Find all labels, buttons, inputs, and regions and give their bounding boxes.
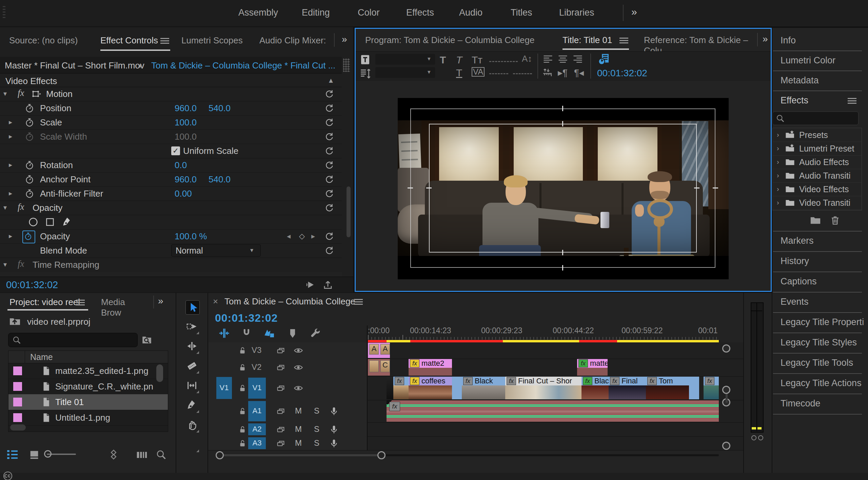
sidebar-item-legacy-title-actions[interactable]: Legacy Title Actions: [781, 378, 862, 388]
timeline-clip-plain[interactable]: [689, 377, 699, 399]
workspace-tab-editing[interactable]: Editing: [302, 7, 330, 18]
v-scroll-handle[interactable]: [722, 344, 730, 353]
list-h-scrollbar[interactable]: [10, 424, 26, 431]
reset-parameter-icon[interactable]: [324, 146, 334, 156]
stopwatch-icon[interactable]: [24, 174, 35, 184]
tab-lumetri-scopes[interactable]: Lumetri Scopes: [181, 35, 243, 46]
twirl-closed-icon[interactable]: ›: [777, 131, 779, 139]
find-icon[interactable]: [155, 449, 167, 460]
linked-selection-icon[interactable]: [263, 327, 275, 339]
toggle-track-output-icon[interactable]: [294, 346, 303, 355]
mute-button[interactable]: M: [295, 438, 302, 448]
clip-selector-chevron-icon[interactable]: ▾: [138, 62, 142, 70]
h-scroll-thumb[interactable]: [220, 454, 382, 456]
reset-parameter-icon[interactable]: [324, 174, 334, 184]
timeline-clip-video[interactable]: fxFinal: [609, 377, 646, 399]
panel-drag-grip[interactable]: [343, 58, 350, 72]
timeline-clip-video[interactable]: fxTom: [646, 377, 689, 399]
project-item-row[interactable]: Signature_C.R._white.pn: [8, 379, 168, 395]
reset-parameter-icon[interactable]: [324, 89, 334, 99]
master-clip-label[interactable]: Master * Final Cut – Short Film.mov: [5, 60, 144, 71]
hand-tool-icon[interactable]: [186, 419, 198, 431]
param-value[interactable]: 960.0: [175, 103, 197, 114]
tab-audio-clip-mixer-[interactable]: Audio Clip Mixer:: [259, 35, 326, 46]
timeline-clip-video[interactable]: fx: [393, 377, 409, 399]
workspace-tab-effects[interactable]: Effects: [406, 7, 434, 18]
project-item-row[interactable]: Title 01: [8, 394, 168, 410]
label-color-chip[interactable]: [13, 366, 22, 375]
sidebar-item-effects[interactable]: Effects: [781, 95, 808, 106]
stopwatch-icon[interactable]: [24, 117, 35, 127]
effects-folder-row[interactable]: ›Video Effects: [773, 182, 862, 196]
navigate-up-icon[interactable]: [9, 315, 21, 327]
tab-source-no-clips-[interactable]: Source: (no clips): [9, 35, 78, 46]
stopwatch-icon[interactable]: [24, 188, 35, 199]
font-family-dropdown[interactable]: ▾: [375, 54, 435, 65]
label-color-chip[interactable]: [13, 413, 22, 422]
effects-folder-row[interactable]: ›Presets: [773, 128, 862, 142]
track-name-box[interactable]: V1: [248, 378, 266, 399]
zoom-slider-knob[interactable]: [44, 450, 52, 458]
collapse-section-icon[interactable]: ▲: [328, 77, 334, 84]
program-tab-menu-icon[interactable]: [619, 36, 628, 45]
tab-effect-controls[interactable]: Effect Controls: [100, 35, 158, 46]
lock-track-icon[interactable]: [238, 384, 247, 393]
bold-button[interactable]: T: [440, 54, 446, 66]
list-scrollbar[interactable]: [156, 364, 163, 382]
paragraph-rtl-icon[interactable]: ¶◂: [574, 67, 584, 78]
twirl-closed-icon[interactable]: ▸: [9, 232, 12, 240]
sequence-clip-label[interactable]: Tom & Dickie – Columbia College * Final …: [151, 60, 335, 71]
meter-clip-indicator[interactable]: [758, 435, 763, 440]
twirl-closed-icon[interactable]: ›: [777, 158, 779, 166]
twirl-open-icon[interactable]: ▾: [3, 203, 7, 212]
sidebar-item-captions[interactable]: Captions: [781, 276, 817, 287]
add-keyframe-icon[interactable]: ◇: [299, 232, 305, 241]
sort-icon[interactable]: [108, 449, 119, 460]
twirl-closed-icon[interactable]: ▸: [9, 161, 12, 169]
automate-sequence-icon[interactable]: [136, 449, 148, 461]
timeline-clip-video[interactable]: fxBlack: [581, 377, 609, 399]
sidebar-item-events[interactable]: Events: [781, 297, 809, 307]
stopwatch-icon[interactable]: [24, 232, 33, 241]
effects-panel-menu-icon[interactable]: [848, 97, 856, 105]
add-marker-icon[interactable]: [287, 327, 298, 339]
timeline-timecode[interactable]: 00:01:32:02: [215, 312, 278, 324]
label-color-chip[interactable]: [13, 382, 22, 391]
magnet-icon[interactable]: [241, 327, 252, 339]
toggle-track-output-icon[interactable]: [294, 383, 303, 393]
param-value[interactable]: 0.0: [175, 160, 187, 171]
effects-folder-row[interactable]: ›Lumetri Preset: [773, 142, 862, 156]
source-patch-v1[interactable]: V1: [216, 377, 232, 399]
effects-folder-row[interactable]: ›Audio Transiti: [773, 169, 862, 183]
ripple-edit-tool-icon[interactable]: [186, 340, 198, 352]
project-search-input[interactable]: [8, 333, 138, 347]
workspace-tab-libraries[interactable]: Libraries: [559, 7, 594, 18]
v-scroll-thumb[interactable]: [726, 394, 728, 403]
list-header-name[interactable]: Name: [30, 352, 53, 362]
effects-folder-row[interactable]: ›Video Transiti: [773, 196, 862, 210]
timeline-clip-plain[interactable]: [452, 377, 462, 399]
underline-button[interactable]: T: [456, 67, 462, 79]
timeline-clip-video[interactable]: fxFinal Cut – Shor: [505, 377, 581, 399]
font-size-slider[interactable]: [489, 61, 518, 62]
workspace-tab-assembly[interactable]: Assembly: [238, 7, 278, 18]
tab-program[interactable]: Program: Tom & Dickie – Columbia College: [365, 35, 535, 45]
workspace-tab-audio[interactable]: Audio: [459, 7, 482, 18]
close-sequence-icon[interactable]: ×: [213, 296, 218, 307]
v-scroll-handle[interactable]: [722, 442, 730, 450]
workspace-tab-titles[interactable]: Titles: [511, 7, 532, 18]
h-scroll-handle[interactable]: [216, 451, 224, 459]
pen-mask-icon[interactable]: [62, 217, 73, 227]
reset-parameter-icon[interactable]: [324, 103, 334, 113]
tracking-slider[interactable]: [513, 73, 532, 74]
twirl-closed-icon[interactable]: ▸: [9, 118, 12, 126]
solo-button[interactable]: S: [314, 406, 319, 416]
type-tool[interactable]: [185, 438, 199, 452]
track-sync-icon[interactable]: [276, 363, 285, 372]
track-name-box[interactable]: A2: [248, 423, 266, 435]
timeline-settings-icon[interactable]: [310, 327, 321, 339]
reset-parameter-icon[interactable]: [324, 117, 334, 127]
lock-track-icon[interactable]: [238, 346, 247, 355]
twirl-open-icon[interactable]: ▾: [3, 260, 7, 268]
mute-button[interactable]: M: [295, 424, 302, 434]
